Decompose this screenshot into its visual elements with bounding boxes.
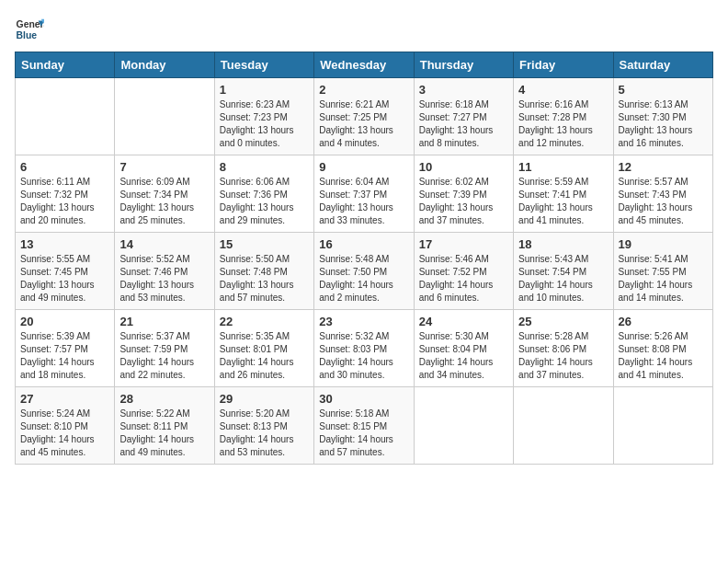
day-number: 16 bbox=[319, 237, 408, 251]
day-number: 4 bbox=[518, 83, 608, 97]
weekday-header-saturday: Saturday bbox=[613, 52, 712, 78]
calendar-cell: 15Sunrise: 5:50 AM Sunset: 7:48 PM Dayli… bbox=[214, 233, 313, 310]
calendar-cell: 29Sunrise: 5:20 AM Sunset: 8:13 PM Dayli… bbox=[214, 387, 313, 465]
day-info: Sunrise: 6:13 AM Sunset: 7:30 PM Dayligh… bbox=[619, 98, 708, 150]
calendar-cell: 14Sunrise: 5:52 AM Sunset: 7:46 PM Dayli… bbox=[115, 233, 214, 310]
day-info: Sunrise: 5:52 AM Sunset: 7:46 PM Dayligh… bbox=[119, 253, 209, 304]
day-number: 26 bbox=[619, 315, 708, 328]
day-info: Sunrise: 6:18 AM Sunset: 7:27 PM Dayligh… bbox=[419, 98, 508, 150]
day-number: 27 bbox=[20, 392, 109, 406]
svg-text:Blue: Blue bbox=[17, 30, 38, 40]
day-number: 10 bbox=[419, 160, 508, 174]
day-info: Sunrise: 5:55 AM Sunset: 7:45 PM Dayligh… bbox=[20, 253, 109, 304]
day-info: Sunrise: 5:59 AM Sunset: 7:41 PM Dayligh… bbox=[518, 176, 608, 227]
weekday-header-row: SundayMondayTuesdayWednesdayThursdayFrid… bbox=[16, 52, 713, 78]
day-number: 28 bbox=[119, 392, 209, 406]
calendar-cell: 30Sunrise: 5:18 AM Sunset: 8:15 PM Dayli… bbox=[314, 387, 414, 465]
day-number: 22 bbox=[220, 315, 309, 328]
calendar-cell: 2Sunrise: 6:21 AM Sunset: 7:25 PM Daylig… bbox=[314, 78, 414, 155]
day-number: 19 bbox=[619, 237, 708, 251]
calendar-cell: 19Sunrise: 5:41 AM Sunset: 7:55 PM Dayli… bbox=[613, 233, 712, 310]
day-info: Sunrise: 5:24 AM Sunset: 8:10 PM Dayligh… bbox=[20, 408, 109, 459]
calendar-table: SundayMondayTuesdayWednesdayThursdayFrid… bbox=[15, 52, 713, 465]
page-header: General Blue bbox=[15, 15, 713, 44]
calendar-cell: 4Sunrise: 6:16 AM Sunset: 7:28 PM Daylig… bbox=[514, 78, 613, 155]
day-number: 8 bbox=[220, 160, 309, 174]
calendar-cell bbox=[414, 387, 513, 465]
day-number: 25 bbox=[518, 315, 608, 328]
weekday-header-friday: Friday bbox=[514, 52, 613, 78]
day-info: Sunrise: 6:04 AM Sunset: 7:37 PM Dayligh… bbox=[319, 176, 408, 227]
calendar-cell bbox=[115, 78, 214, 155]
day-number: 18 bbox=[518, 237, 608, 251]
calendar-cell: 22Sunrise: 5:35 AM Sunset: 8:01 PM Dayli… bbox=[214, 310, 313, 387]
day-info: Sunrise: 5:37 AM Sunset: 7:59 PM Dayligh… bbox=[119, 330, 209, 382]
calendar-cell bbox=[613, 387, 712, 465]
day-info: Sunrise: 6:02 AM Sunset: 7:39 PM Dayligh… bbox=[419, 176, 508, 227]
day-number: 24 bbox=[419, 315, 508, 328]
day-number: 21 bbox=[119, 315, 209, 328]
day-info: Sunrise: 5:48 AM Sunset: 7:50 PM Dayligh… bbox=[319, 253, 408, 304]
day-number: 30 bbox=[319, 392, 408, 406]
calendar-cell: 12Sunrise: 5:57 AM Sunset: 7:43 PM Dayli… bbox=[613, 155, 712, 233]
day-info: Sunrise: 6:09 AM Sunset: 7:34 PM Dayligh… bbox=[119, 176, 209, 227]
day-info: Sunrise: 6:06 AM Sunset: 7:36 PM Dayligh… bbox=[220, 176, 309, 227]
day-number: 11 bbox=[518, 160, 608, 174]
weekday-header-wednesday: Wednesday bbox=[314, 52, 414, 78]
day-info: Sunrise: 6:21 AM Sunset: 7:25 PM Dayligh… bbox=[319, 98, 408, 150]
day-number: 3 bbox=[419, 83, 508, 97]
day-info: Sunrise: 5:46 AM Sunset: 7:52 PM Dayligh… bbox=[419, 253, 508, 304]
calendar-cell bbox=[16, 78, 115, 155]
week-row-1: 1Sunrise: 6:23 AM Sunset: 7:23 PM Daylig… bbox=[16, 78, 713, 155]
day-number: 23 bbox=[319, 315, 408, 328]
day-info: Sunrise: 5:30 AM Sunset: 8:04 PM Dayligh… bbox=[419, 330, 508, 382]
calendar-cell: 9Sunrise: 6:04 AM Sunset: 7:37 PM Daylig… bbox=[314, 155, 414, 233]
calendar-cell: 8Sunrise: 6:06 AM Sunset: 7:36 PM Daylig… bbox=[214, 155, 313, 233]
calendar-cell: 5Sunrise: 6:13 AM Sunset: 7:30 PM Daylig… bbox=[613, 78, 712, 155]
calendar-cell: 20Sunrise: 5:39 AM Sunset: 7:57 PM Dayli… bbox=[16, 310, 115, 387]
calendar-cell: 24Sunrise: 5:30 AM Sunset: 8:04 PM Dayli… bbox=[414, 310, 513, 387]
day-info: Sunrise: 5:50 AM Sunset: 7:48 PM Dayligh… bbox=[220, 253, 309, 304]
day-info: Sunrise: 5:22 AM Sunset: 8:11 PM Dayligh… bbox=[119, 408, 209, 459]
day-number: 5 bbox=[619, 83, 708, 97]
calendar-cell: 23Sunrise: 5:32 AM Sunset: 8:03 PM Dayli… bbox=[314, 310, 414, 387]
day-number: 9 bbox=[319, 160, 408, 174]
day-number: 2 bbox=[319, 83, 408, 97]
day-info: Sunrise: 5:35 AM Sunset: 8:01 PM Dayligh… bbox=[220, 330, 309, 382]
weekday-header-tuesday: Tuesday bbox=[214, 52, 313, 78]
calendar-cell: 6Sunrise: 6:11 AM Sunset: 7:32 PM Daylig… bbox=[16, 155, 115, 233]
day-info: Sunrise: 5:43 AM Sunset: 7:54 PM Dayligh… bbox=[518, 253, 608, 304]
day-info: Sunrise: 5:28 AM Sunset: 8:06 PM Dayligh… bbox=[518, 330, 608, 382]
weekday-header-thursday: Thursday bbox=[414, 52, 513, 78]
weekday-header-monday: Monday bbox=[115, 52, 214, 78]
day-number: 12 bbox=[619, 160, 708, 174]
day-info: Sunrise: 6:16 AM Sunset: 7:28 PM Dayligh… bbox=[518, 98, 608, 150]
calendar-cell bbox=[514, 387, 613, 465]
day-info: Sunrise: 6:11 AM Sunset: 7:32 PM Dayligh… bbox=[20, 176, 109, 227]
day-number: 13 bbox=[20, 237, 109, 251]
day-number: 29 bbox=[220, 392, 309, 406]
week-row-2: 6Sunrise: 6:11 AM Sunset: 7:32 PM Daylig… bbox=[16, 155, 713, 233]
week-row-5: 27Sunrise: 5:24 AM Sunset: 8:10 PM Dayli… bbox=[16, 387, 713, 465]
calendar-cell: 26Sunrise: 5:26 AM Sunset: 8:08 PM Dayli… bbox=[613, 310, 712, 387]
calendar-cell: 3Sunrise: 6:18 AM Sunset: 7:27 PM Daylig… bbox=[414, 78, 513, 155]
day-number: 17 bbox=[419, 237, 508, 251]
weekday-header-sunday: Sunday bbox=[16, 52, 115, 78]
day-info: Sunrise: 5:32 AM Sunset: 8:03 PM Dayligh… bbox=[319, 330, 408, 382]
day-info: Sunrise: 5:57 AM Sunset: 7:43 PM Dayligh… bbox=[619, 176, 708, 227]
day-number: 14 bbox=[119, 237, 209, 251]
calendar-cell: 7Sunrise: 6:09 AM Sunset: 7:34 PM Daylig… bbox=[115, 155, 214, 233]
day-info: Sunrise: 6:23 AM Sunset: 7:23 PM Dayligh… bbox=[220, 98, 309, 150]
calendar-cell: 1Sunrise: 6:23 AM Sunset: 7:23 PM Daylig… bbox=[214, 78, 313, 155]
calendar-cell: 17Sunrise: 5:46 AM Sunset: 7:52 PM Dayli… bbox=[414, 233, 513, 310]
calendar-cell: 10Sunrise: 6:02 AM Sunset: 7:39 PM Dayli… bbox=[414, 155, 513, 233]
calendar-cell: 28Sunrise: 5:22 AM Sunset: 8:11 PM Dayli… bbox=[115, 387, 214, 465]
calendar-cell: 25Sunrise: 5:28 AM Sunset: 8:06 PM Dayli… bbox=[514, 310, 613, 387]
day-info: Sunrise: 5:41 AM Sunset: 7:55 PM Dayligh… bbox=[619, 253, 708, 304]
day-number: 1 bbox=[220, 83, 309, 97]
calendar-cell: 13Sunrise: 5:55 AM Sunset: 7:45 PM Dayli… bbox=[16, 233, 115, 310]
day-info: Sunrise: 5:18 AM Sunset: 8:15 PM Dayligh… bbox=[319, 408, 408, 459]
day-number: 20 bbox=[20, 315, 109, 328]
logo-icon: General Blue bbox=[15, 15, 44, 44]
week-row-3: 13Sunrise: 5:55 AM Sunset: 7:45 PM Dayli… bbox=[16, 233, 713, 310]
